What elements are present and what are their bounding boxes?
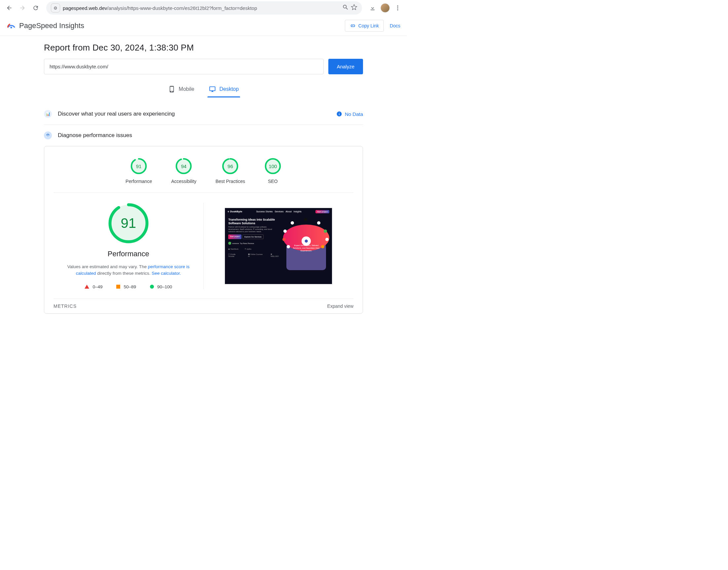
category-gauges-row: 91 Performance 94 Accessibility 96 Best … — [53, 154, 353, 193]
zoom-icon[interactable] — [342, 4, 349, 12]
performance-big-gauge: 91 — [108, 203, 149, 244]
section-diagnose: Diagnose performance issues — [44, 125, 363, 146]
svg-point-4 — [47, 135, 48, 136]
lighthouse-report: 91 Performance 94 Accessibility 96 Best … — [44, 146, 363, 314]
copy-link-button[interactable]: Copy Link — [345, 20, 384, 32]
forward-button — [17, 3, 28, 13]
svg-point-0 — [397, 6, 398, 7]
gauge-accessibility[interactable]: 94 Accessibility — [171, 158, 196, 184]
discover-title: Discover what your real users are experi… — [58, 111, 175, 117]
gauge-performance[interactable]: 91 Performance — [126, 158, 152, 184]
gauge-ring: 100 — [264, 158, 281, 175]
tab-mobile[interactable]: Mobile — [167, 82, 196, 97]
legend-fail: 0–49 — [84, 284, 102, 289]
section-discover: 📊 Discover what your real users are expe… — [44, 103, 363, 125]
expand-view-toggle[interactable]: Expand view — [327, 303, 353, 309]
legend-avg: 50–89 — [116, 284, 136, 289]
gauge-label: Performance — [126, 179, 152, 184]
desktop-icon — [209, 85, 216, 93]
metrics-header: METRICS Expand view — [53, 299, 353, 313]
gauge-seo[interactable]: 100 SEO — [264, 158, 281, 184]
url-bar[interactable]: ⚙ pagespeed.web.dev/analysis/https-www-d… — [46, 1, 362, 15]
performance-score: 91 — [108, 203, 149, 244]
url-text: pagespeed.web.dev/analysis/https-www-dus… — [63, 5, 257, 11]
gauge-score: 96 — [222, 158, 239, 175]
gauge-ring: 94 — [175, 158, 192, 175]
report-title: Report from Dec 30, 2024, 1:38:30 PM — [44, 43, 363, 53]
back-button[interactable] — [4, 3, 15, 13]
gauge-icon — [44, 131, 52, 139]
see-calculator-link[interactable]: See calculator. — [152, 271, 181, 276]
gauge-ring: 91 — [130, 158, 147, 175]
gauge-ring: 96 — [222, 158, 239, 175]
score-legend: 0–49 50–89 90–100 — [84, 284, 172, 289]
tab-mobile-label: Mobile — [179, 86, 194, 92]
no-data-link[interactable]: No Data — [336, 111, 363, 117]
url-input[interactable] — [44, 59, 324, 74]
main-content: Report from Dec 30, 2024, 1:38:30 PM Ana… — [44, 36, 363, 327]
performance-description: Values are estimated and may vary. The p… — [62, 264, 195, 277]
gauge-label: Best Practices — [215, 179, 245, 184]
gauge-score: 91 — [130, 158, 147, 175]
device-tabs: Mobile Desktop — [44, 82, 363, 97]
browser-menu-button[interactable] — [393, 3, 403, 13]
legend-pass: 90–100 — [150, 284, 172, 289]
psi-logo-icon — [7, 22, 16, 30]
performance-label: Performance — [108, 250, 149, 258]
gauge-best-practices[interactable]: 96 Best Practices — [215, 158, 245, 184]
browser-toolbar: ⚙ pagespeed.web.dev/analysis/https-www-d… — [0, 0, 407, 16]
square-orange-icon — [116, 285, 120, 289]
tab-desktop[interactable]: Desktop — [207, 82, 240, 97]
svg-point-3 — [10, 27, 12, 28]
mobile-icon — [168, 85, 175, 93]
screenshot-thumbnail[interactable]: ⟐ DuskByte Success StoriesServicesAboutI… — [225, 208, 332, 284]
link-icon — [350, 23, 356, 29]
analyze-button[interactable]: Analyze — [328, 59, 363, 74]
crux-icon: 📊 — [44, 110, 52, 118]
app-header: PageSpeed Insights Copy Link Docs — [0, 16, 407, 36]
app-brand[interactable]: PageSpeed Insights — [7, 21, 84, 30]
metrics-label: METRICS — [53, 303, 77, 309]
diagnose-title: Diagnose performance issues — [58, 132, 132, 139]
reload-button[interactable] — [30, 3, 41, 13]
gauge-score: 100 — [264, 158, 281, 175]
svg-point-2 — [397, 9, 398, 10]
triangle-red-icon — [84, 285, 89, 289]
app-title: PageSpeed Insights — [19, 21, 84, 30]
circle-green-icon — [150, 285, 154, 289]
copy-link-label: Copy Link — [358, 23, 379, 28]
gauge-label: Accessibility — [171, 179, 196, 184]
gauge-score: 94 — [175, 158, 192, 175]
site-info-icon[interactable]: ⚙ — [51, 3, 60, 13]
gauge-label: SEO — [268, 179, 278, 184]
no-data-label: No Data — [345, 111, 363, 117]
docs-link[interactable]: Docs — [390, 23, 400, 28]
bookmark-icon[interactable] — [351, 4, 357, 12]
downloads-button[interactable] — [367, 3, 378, 13]
svg-point-1 — [397, 7, 398, 8]
tab-desktop-label: Desktop — [219, 86, 239, 92]
avatar[interactable] — [381, 3, 390, 13]
info-icon — [336, 111, 342, 117]
performance-hero: 91 Performance Values are estimated and … — [53, 193, 353, 299]
